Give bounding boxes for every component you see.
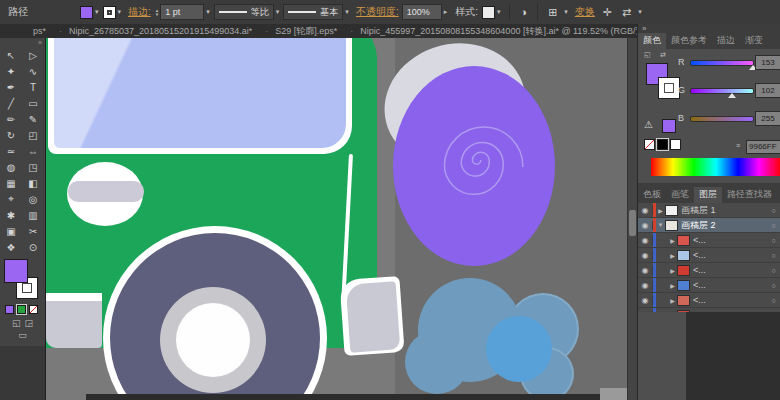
color-spectrum-bar[interactable] bbox=[651, 158, 780, 176]
opacity-input[interactable]: 100% bbox=[402, 4, 442, 20]
color-button[interactable] bbox=[5, 305, 14, 314]
panel-tab[interactable]: 描边 bbox=[712, 33, 740, 49]
shape-builder-tool[interactable]: ◍ bbox=[0, 159, 22, 175]
truck-window[interactable] bbox=[54, 38, 346, 148]
document-tab[interactable]: ps* bbox=[28, 24, 57, 38]
column-graph-tool[interactable]: ▥ bbox=[22, 207, 44, 223]
layer-row[interactable]: ◉ ▶ 画稿层 1 ○ bbox=[638, 203, 780, 218]
paintbrush-tool[interactable]: ✏ bbox=[0, 111, 22, 127]
fill-color-swatch[interactable] bbox=[80, 6, 93, 19]
hex-value-input[interactable]: 9966FF bbox=[746, 140, 780, 154]
red-slider[interactable] bbox=[690, 60, 754, 66]
panel-tab[interactable]: 画笔 bbox=[666, 187, 694, 203]
chevron-down-icon[interactable]: ▾ bbox=[118, 8, 122, 16]
select-similar-icon[interactable]: ⇄ bbox=[622, 6, 631, 19]
target-circle-icon[interactable]: ○ bbox=[767, 222, 780, 229]
draw-behind-icon[interactable]: ◲ bbox=[25, 318, 34, 328]
document-tab[interactable]: Nipic_26785037_20180515201915499034.ai* bbox=[64, 24, 263, 38]
visibility-eye-icon[interactable]: ◉ bbox=[638, 296, 653, 305]
out-of-gamut-warning-icon[interactable]: ⚠ bbox=[644, 119, 653, 130]
step-down-icon[interactable]: ▾ bbox=[156, 12, 159, 16]
zoom-tool[interactable]: ⊙ bbox=[22, 239, 44, 255]
expand-triangle-icon[interactable]: ▶ bbox=[668, 282, 677, 289]
panel-tab[interactable]: 色板 bbox=[638, 187, 666, 203]
slider-thumb[interactable] bbox=[728, 93, 736, 98]
visibility-eye-icon[interactable]: ◉ bbox=[638, 251, 653, 260]
chevron-down-icon[interactable]: ▾ bbox=[95, 8, 99, 16]
layer-name[interactable]: <... bbox=[693, 280, 767, 290]
white-swatch[interactable] bbox=[670, 139, 681, 150]
green-slider[interactable] bbox=[690, 88, 754, 94]
layer-name[interactable]: 画稿层 2 bbox=[681, 219, 767, 232]
door-handle[interactable] bbox=[68, 181, 144, 202]
layer-row[interactable]: ◉ ▶ <... ○ bbox=[638, 293, 780, 308]
stroke-weight-input[interactable]: 1 pt bbox=[160, 4, 204, 20]
blue-value-input[interactable]: 255 bbox=[755, 111, 780, 126]
layer-row[interactable]: ◉ ▼ 画稿层 2 ○ bbox=[638, 218, 780, 233]
chevron-down-icon[interactable]: ▾ bbox=[564, 8, 568, 16]
stroke-panel-link[interactable]: 描边: bbox=[128, 5, 151, 19]
magic-wand-tool[interactable]: ✦ bbox=[0, 63, 22, 79]
chevron-right-icon[interactable]: ▸ bbox=[444, 8, 448, 16]
red-value-input[interactable]: 153 bbox=[755, 55, 780, 70]
panel-tab[interactable]: 图层 bbox=[694, 187, 722, 203]
document-tab[interactable]: Nipic_455997_20150808155348604000 [转换].a… bbox=[355, 24, 672, 38]
visibility-eye-icon[interactable]: ◉ bbox=[638, 281, 653, 290]
visibility-eye-icon[interactable]: ◉ bbox=[638, 236, 653, 245]
visibility-eye-icon[interactable]: ◉ bbox=[638, 266, 653, 275]
align-icon[interactable]: ⊞ bbox=[548, 6, 557, 19]
layer-thumbnail[interactable] bbox=[677, 280, 690, 291]
document-tab[interactable]: S29 [轮廓].eps* bbox=[270, 24, 348, 38]
direct-selection-tool[interactable]: ▷ bbox=[22, 47, 44, 63]
layer-name[interactable]: 画稿层 1 bbox=[681, 204, 767, 217]
gamut-swatch[interactable] bbox=[662, 119, 676, 133]
slice-tool[interactable]: ✂ bbox=[22, 223, 44, 239]
layer-thumbnail[interactable] bbox=[665, 205, 678, 216]
layer-name[interactable]: <... bbox=[693, 250, 767, 260]
opacity-link[interactable]: 不透明度: bbox=[356, 5, 399, 19]
target-circle-icon[interactable]: ○ bbox=[767, 282, 780, 289]
layer-name[interactable]: <... bbox=[693, 295, 767, 305]
gradient-tool[interactable]: ◧ bbox=[22, 175, 44, 191]
layer-thumbnail[interactable] bbox=[677, 295, 690, 306]
default-colors-icon[interactable]: ◱ bbox=[644, 51, 651, 59]
mudguard[interactable] bbox=[346, 281, 401, 352]
layer-thumbnail[interactable] bbox=[677, 250, 690, 261]
free-transform-tool[interactable]: ⇔ bbox=[22, 143, 44, 159]
symbol-sprayer-tool[interactable]: ✱ bbox=[0, 207, 22, 223]
layer-row[interactable]: ◉ ▶ <... ○ bbox=[638, 263, 780, 278]
target-circle-icon[interactable]: ○ bbox=[767, 207, 780, 214]
layer-thumbnail[interactable] bbox=[677, 235, 690, 246]
none-button[interactable] bbox=[29, 305, 38, 314]
chevron-down-icon[interactable]: ▾ bbox=[638, 8, 642, 16]
layer-name[interactable]: <... bbox=[693, 265, 767, 275]
visibility-eye-icon[interactable]: ◉ bbox=[638, 206, 653, 215]
scrollbar-thumb[interactable] bbox=[629, 210, 636, 236]
layer-row[interactable]: ◉ ▶ <... ○ bbox=[638, 233, 780, 248]
front-bumper[interactable] bbox=[46, 301, 102, 348]
target-circle-icon[interactable]: ○ bbox=[767, 297, 780, 304]
layer-thumbnail[interactable] bbox=[677, 265, 690, 276]
screen-mode-button[interactable]: ▭ bbox=[0, 330, 45, 343]
panel-tab[interactable]: 颜色参考 bbox=[666, 33, 712, 49]
line-segment-tool[interactable]: ╱ bbox=[0, 95, 22, 111]
stroke-proxy-swatch[interactable] bbox=[658, 77, 680, 99]
expand-triangle-icon[interactable]: ▶ bbox=[656, 207, 665, 214]
width-profile-dropdown[interactable]: 等比 bbox=[214, 4, 274, 20]
expand-triangle-icon[interactable]: ▼ bbox=[656, 222, 665, 228]
type-tool[interactable]: T bbox=[22, 79, 44, 95]
blue-slider[interactable] bbox=[690, 116, 754, 122]
perspective-grid-tool[interactable]: ◳ bbox=[22, 159, 44, 175]
lasso-tool[interactable]: ∿ bbox=[22, 63, 44, 79]
stroke-color-swatch[interactable] bbox=[103, 6, 116, 19]
artboard-tool[interactable]: ▣ bbox=[0, 223, 22, 239]
vertical-scrollbar[interactable] bbox=[627, 38, 637, 400]
transform-panel-link[interactable]: 变换 bbox=[575, 5, 595, 19]
panel-tab[interactable]: 渐变 bbox=[740, 33, 768, 49]
expand-triangle-icon[interactable]: ▶ bbox=[668, 297, 677, 304]
style-swatch[interactable] bbox=[482, 6, 495, 19]
pencil-tool[interactable]: ✎ bbox=[22, 111, 44, 127]
isolate-mode-icon[interactable]: ✛ bbox=[603, 6, 612, 19]
brush-definition-dropdown[interactable]: 基本 bbox=[283, 4, 343, 20]
smoke-puff-bright[interactable] bbox=[486, 316, 552, 382]
